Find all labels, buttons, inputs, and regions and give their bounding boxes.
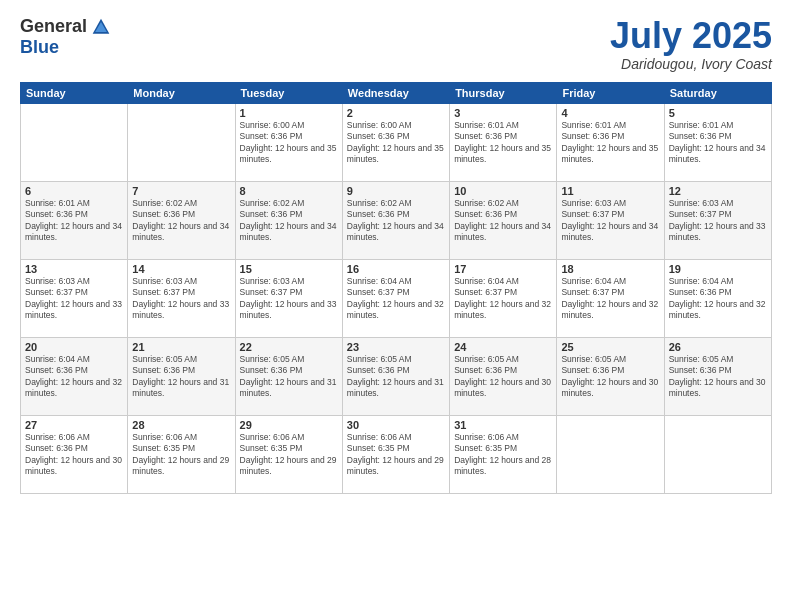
calendar-day-cell [557, 415, 664, 493]
day-number: 14 [132, 263, 230, 275]
day-detail: Sunrise: 6:05 AM Sunset: 6:36 PM Dayligh… [454, 354, 552, 400]
day-detail: Sunrise: 6:04 AM Sunset: 6:37 PM Dayligh… [347, 276, 445, 322]
day-detail: Sunrise: 6:03 AM Sunset: 6:37 PM Dayligh… [132, 276, 230, 322]
calendar-day-cell: 25Sunrise: 6:05 AM Sunset: 6:36 PM Dayli… [557, 337, 664, 415]
calendar-day-cell: 30Sunrise: 6:06 AM Sunset: 6:35 PM Dayli… [342, 415, 449, 493]
calendar-week-row: 20Sunrise: 6:04 AM Sunset: 6:36 PM Dayli… [21, 337, 772, 415]
day-detail: Sunrise: 6:03 AM Sunset: 6:37 PM Dayligh… [669, 198, 767, 244]
logo: General Blue [20, 16, 111, 58]
calendar-day-cell: 8Sunrise: 6:02 AM Sunset: 6:36 PM Daylig… [235, 181, 342, 259]
day-detail: Sunrise: 6:03 AM Sunset: 6:37 PM Dayligh… [25, 276, 123, 322]
day-detail: Sunrise: 6:00 AM Sunset: 6:36 PM Dayligh… [240, 120, 338, 166]
calendar-day-cell: 23Sunrise: 6:05 AM Sunset: 6:36 PM Dayli… [342, 337, 449, 415]
calendar-day-cell: 26Sunrise: 6:05 AM Sunset: 6:36 PM Dayli… [664, 337, 771, 415]
day-detail: Sunrise: 6:03 AM Sunset: 6:37 PM Dayligh… [561, 198, 659, 244]
calendar-day-cell: 22Sunrise: 6:05 AM Sunset: 6:36 PM Dayli… [235, 337, 342, 415]
day-detail: Sunrise: 6:05 AM Sunset: 6:36 PM Dayligh… [347, 354, 445, 400]
day-number: 13 [25, 263, 123, 275]
day-detail: Sunrise: 6:04 AM Sunset: 6:37 PM Dayligh… [561, 276, 659, 322]
calendar-day-cell: 16Sunrise: 6:04 AM Sunset: 6:37 PM Dayli… [342, 259, 449, 337]
day-number: 9 [347, 185, 445, 197]
calendar-day-cell: 28Sunrise: 6:06 AM Sunset: 6:35 PM Dayli… [128, 415, 235, 493]
day-number: 5 [669, 107, 767, 119]
weekday-header: Sunday [21, 82, 128, 103]
calendar-day-cell: 11Sunrise: 6:03 AM Sunset: 6:37 PM Dayli… [557, 181, 664, 259]
day-number: 25 [561, 341, 659, 353]
day-number: 19 [669, 263, 767, 275]
day-detail: Sunrise: 6:01 AM Sunset: 6:36 PM Dayligh… [669, 120, 767, 166]
calendar-day-cell: 20Sunrise: 6:04 AM Sunset: 6:36 PM Dayli… [21, 337, 128, 415]
logo-general-text: General [20, 16, 87, 37]
day-detail: Sunrise: 6:01 AM Sunset: 6:36 PM Dayligh… [561, 120, 659, 166]
calendar-day-cell: 12Sunrise: 6:03 AM Sunset: 6:37 PM Dayli… [664, 181, 771, 259]
day-number: 1 [240, 107, 338, 119]
day-number: 12 [669, 185, 767, 197]
calendar-day-cell: 9Sunrise: 6:02 AM Sunset: 6:36 PM Daylig… [342, 181, 449, 259]
calendar-day-cell: 17Sunrise: 6:04 AM Sunset: 6:37 PM Dayli… [450, 259, 557, 337]
calendar-day-cell: 21Sunrise: 6:05 AM Sunset: 6:36 PM Dayli… [128, 337, 235, 415]
logo-blue-text: Blue [20, 37, 59, 58]
title-area: July 2025 Daridougou, Ivory Coast [610, 16, 772, 72]
location-subtitle: Daridougou, Ivory Coast [610, 56, 772, 72]
month-title: July 2025 [610, 16, 772, 56]
calendar-day-cell: 18Sunrise: 6:04 AM Sunset: 6:37 PM Dayli… [557, 259, 664, 337]
calendar-day-cell: 24Sunrise: 6:05 AM Sunset: 6:36 PM Dayli… [450, 337, 557, 415]
day-detail: Sunrise: 6:06 AM Sunset: 6:35 PM Dayligh… [454, 432, 552, 478]
day-number: 4 [561, 107, 659, 119]
calendar-day-cell: 31Sunrise: 6:06 AM Sunset: 6:35 PM Dayli… [450, 415, 557, 493]
calendar-week-row: 27Sunrise: 6:06 AM Sunset: 6:36 PM Dayli… [21, 415, 772, 493]
day-number: 10 [454, 185, 552, 197]
calendar-day-cell: 14Sunrise: 6:03 AM Sunset: 6:37 PM Dayli… [128, 259, 235, 337]
calendar-day-cell [21, 103, 128, 181]
calendar-day-cell: 13Sunrise: 6:03 AM Sunset: 6:37 PM Dayli… [21, 259, 128, 337]
day-number: 22 [240, 341, 338, 353]
calendar-day-cell [128, 103, 235, 181]
day-detail: Sunrise: 6:03 AM Sunset: 6:37 PM Dayligh… [240, 276, 338, 322]
calendar-day-cell: 1Sunrise: 6:00 AM Sunset: 6:36 PM Daylig… [235, 103, 342, 181]
day-number: 6 [25, 185, 123, 197]
day-detail: Sunrise: 6:02 AM Sunset: 6:36 PM Dayligh… [454, 198, 552, 244]
day-number: 8 [240, 185, 338, 197]
calendar-header-row: SundayMondayTuesdayWednesdayThursdayFrid… [21, 82, 772, 103]
day-number: 3 [454, 107, 552, 119]
day-number: 7 [132, 185, 230, 197]
day-number: 21 [132, 341, 230, 353]
day-number: 29 [240, 419, 338, 431]
day-detail: Sunrise: 6:05 AM Sunset: 6:36 PM Dayligh… [240, 354, 338, 400]
day-number: 20 [25, 341, 123, 353]
day-number: 11 [561, 185, 659, 197]
day-number: 27 [25, 419, 123, 431]
header: General Blue July 2025 Daridougou, Ivory… [20, 16, 772, 72]
day-number: 23 [347, 341, 445, 353]
day-detail: Sunrise: 6:06 AM Sunset: 6:35 PM Dayligh… [240, 432, 338, 478]
logo-icon [91, 17, 111, 37]
weekday-header: Saturday [664, 82, 771, 103]
day-detail: Sunrise: 6:06 AM Sunset: 6:36 PM Dayligh… [25, 432, 123, 478]
calendar-day-cell: 3Sunrise: 6:01 AM Sunset: 6:36 PM Daylig… [450, 103, 557, 181]
day-detail: Sunrise: 6:02 AM Sunset: 6:36 PM Dayligh… [132, 198, 230, 244]
day-detail: Sunrise: 6:04 AM Sunset: 6:36 PM Dayligh… [669, 276, 767, 322]
day-detail: Sunrise: 6:06 AM Sunset: 6:35 PM Dayligh… [347, 432, 445, 478]
day-number: 31 [454, 419, 552, 431]
day-detail: Sunrise: 6:06 AM Sunset: 6:35 PM Dayligh… [132, 432, 230, 478]
calendar-day-cell: 2Sunrise: 6:00 AM Sunset: 6:36 PM Daylig… [342, 103, 449, 181]
day-detail: Sunrise: 6:01 AM Sunset: 6:36 PM Dayligh… [454, 120, 552, 166]
calendar-day-cell: 10Sunrise: 6:02 AM Sunset: 6:36 PM Dayli… [450, 181, 557, 259]
calendar-day-cell: 19Sunrise: 6:04 AM Sunset: 6:36 PM Dayli… [664, 259, 771, 337]
day-detail: Sunrise: 6:04 AM Sunset: 6:36 PM Dayligh… [25, 354, 123, 400]
weekday-header: Monday [128, 82, 235, 103]
calendar-day-cell: 4Sunrise: 6:01 AM Sunset: 6:36 PM Daylig… [557, 103, 664, 181]
day-detail: Sunrise: 6:04 AM Sunset: 6:37 PM Dayligh… [454, 276, 552, 322]
day-number: 28 [132, 419, 230, 431]
calendar-week-row: 6Sunrise: 6:01 AM Sunset: 6:36 PM Daylig… [21, 181, 772, 259]
day-detail: Sunrise: 6:00 AM Sunset: 6:36 PM Dayligh… [347, 120, 445, 166]
calendar-table: SundayMondayTuesdayWednesdayThursdayFrid… [20, 82, 772, 494]
day-detail: Sunrise: 6:05 AM Sunset: 6:36 PM Dayligh… [561, 354, 659, 400]
page: General Blue July 2025 Daridougou, Ivory… [0, 0, 792, 612]
calendar-day-cell [664, 415, 771, 493]
weekday-header: Tuesday [235, 82, 342, 103]
calendar-day-cell: 15Sunrise: 6:03 AM Sunset: 6:37 PM Dayli… [235, 259, 342, 337]
calendar-day-cell: 7Sunrise: 6:02 AM Sunset: 6:36 PM Daylig… [128, 181, 235, 259]
day-number: 24 [454, 341, 552, 353]
calendar-week-row: 1Sunrise: 6:00 AM Sunset: 6:36 PM Daylig… [21, 103, 772, 181]
